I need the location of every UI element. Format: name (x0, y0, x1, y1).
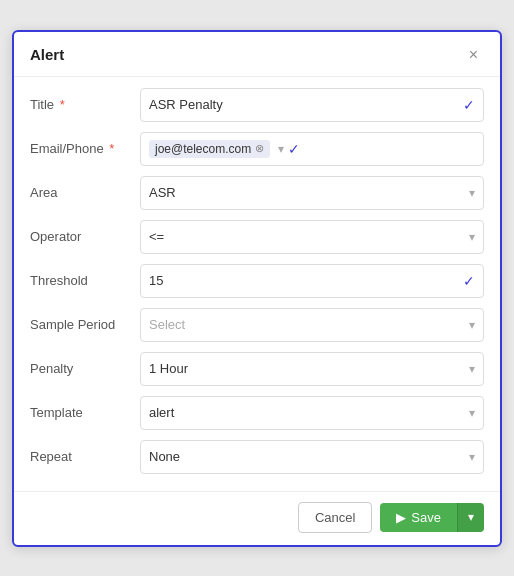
title-input-wrapper[interactable]: ✓ (140, 88, 484, 122)
operator-row: Operator <= ▾ (30, 219, 484, 255)
save-play-icon: ▶ (396, 510, 406, 525)
sample-period-chevron-down-icon: ▾ (469, 318, 475, 332)
template-select[interactable]: alert ▾ (140, 396, 484, 430)
save-button[interactable]: ▶ Save (380, 503, 457, 532)
penalty-row: Penalty 1 Hour ▾ (30, 351, 484, 387)
operator-select[interactable]: <= ▾ (140, 220, 484, 254)
email-tag-close-icon[interactable]: ⊗ (255, 142, 264, 155)
dialog-footer: Cancel ▶ Save ▾ (14, 491, 500, 545)
template-chevron-down-icon: ▾ (469, 406, 475, 420)
sample-period-row: Sample Period Select ▾ (30, 307, 484, 343)
threshold-input-wrapper[interactable]: ✓ (140, 264, 484, 298)
email-phone-input-wrapper[interactable]: joe@telecom.com ⊗ ▾ ✓ (140, 132, 484, 166)
alert-dialog: Alert × Title * ✓ Email/Phone * (12, 30, 502, 547)
area-label: Area (30, 185, 140, 200)
operator-control: <= ▾ (140, 220, 484, 254)
cancel-button[interactable]: Cancel (298, 502, 372, 533)
sample-period-placeholder: Select (149, 317, 465, 332)
operator-label: Operator (30, 229, 140, 244)
email-phone-control: joe@telecom.com ⊗ ▾ ✓ (140, 132, 484, 166)
save-dropdown-button[interactable]: ▾ (457, 503, 484, 532)
sample-period-select[interactable]: Select ▾ (140, 308, 484, 342)
area-row: Area ASR ▾ (30, 175, 484, 211)
penalty-chevron-down-icon: ▾ (469, 362, 475, 376)
email-required: * (106, 141, 115, 156)
area-value: ASR (149, 185, 465, 200)
email-check-icon: ✓ (288, 141, 300, 157)
repeat-chevron-down-icon: ▾ (469, 450, 475, 464)
penalty-value: 1 Hour (149, 361, 465, 376)
area-chevron-down-icon: ▾ (469, 186, 475, 200)
email-phone-row: Email/Phone * joe@telecom.com ⊗ ▾ ✓ (30, 131, 484, 167)
save-button-group: ▶ Save ▾ (380, 503, 484, 532)
threshold-label: Threshold (30, 273, 140, 288)
title-label: Title * (30, 97, 140, 112)
dialog-title: Alert (30, 46, 64, 63)
threshold-input[interactable] (149, 273, 459, 288)
email-tag: joe@telecom.com ⊗ (149, 140, 270, 158)
area-select[interactable]: ASR ▾ (140, 176, 484, 210)
penalty-label: Penalty (30, 361, 140, 376)
template-row: Template alert ▾ (30, 395, 484, 431)
penalty-select[interactable]: 1 Hour ▾ (140, 352, 484, 386)
sample-period-label: Sample Period (30, 317, 140, 332)
close-button[interactable]: × (463, 44, 484, 66)
threshold-row: Threshold ✓ (30, 263, 484, 299)
area-control: ASR ▾ (140, 176, 484, 210)
title-control: ✓ (140, 88, 484, 122)
threshold-control: ✓ (140, 264, 484, 298)
title-check-icon: ✓ (463, 97, 475, 113)
title-input[interactable] (149, 97, 459, 112)
title-required: * (56, 97, 65, 112)
dialog-header: Alert × (14, 32, 500, 77)
save-label: Save (411, 510, 441, 525)
operator-chevron-down-icon: ▾ (469, 230, 475, 244)
repeat-control: None ▾ (140, 440, 484, 474)
title-row: Title * ✓ (30, 87, 484, 123)
email-phone-label: Email/Phone * (30, 141, 140, 156)
repeat-row: Repeat None ▾ (30, 439, 484, 475)
sample-period-control: Select ▾ (140, 308, 484, 342)
template-label: Template (30, 405, 140, 420)
operator-value: <= (149, 229, 465, 244)
dialog-body: Title * ✓ Email/Phone * joe@telecom.com … (14, 77, 500, 491)
threshold-check-icon: ✓ (463, 273, 475, 289)
repeat-value: None (149, 449, 465, 464)
email-chevron-down-icon: ▾ (278, 142, 284, 156)
repeat-select[interactable]: None ▾ (140, 440, 484, 474)
penalty-control: 1 Hour ▾ (140, 352, 484, 386)
template-value: alert (149, 405, 465, 420)
template-control: alert ▾ (140, 396, 484, 430)
save-dropdown-chevron-icon: ▾ (468, 510, 474, 524)
repeat-label: Repeat (30, 449, 140, 464)
